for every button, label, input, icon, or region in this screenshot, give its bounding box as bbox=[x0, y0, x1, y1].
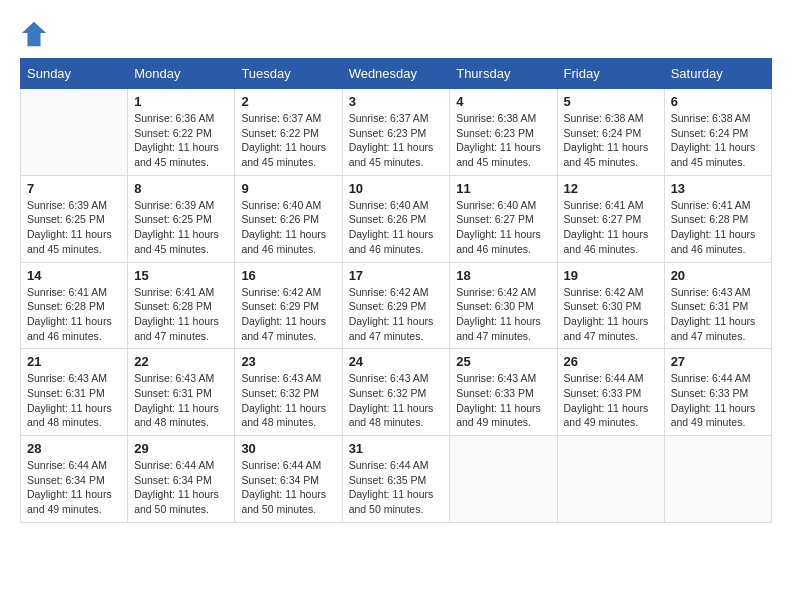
svg-marker-0 bbox=[22, 22, 46, 46]
day-number: 12 bbox=[564, 181, 658, 196]
day-number: 5 bbox=[564, 94, 658, 109]
day-number: 17 bbox=[349, 268, 444, 283]
day-detail: Sunrise: 6:41 AM Sunset: 6:28 PM Dayligh… bbox=[134, 285, 228, 344]
day-detail: Sunrise: 6:44 AM Sunset: 6:34 PM Dayligh… bbox=[241, 458, 335, 517]
day-number: 23 bbox=[241, 354, 335, 369]
calendar-table: SundayMondayTuesdayWednesdayThursdayFrid… bbox=[20, 58, 772, 523]
day-number: 1 bbox=[134, 94, 228, 109]
calendar-cell: 23Sunrise: 6:43 AM Sunset: 6:32 PM Dayli… bbox=[235, 349, 342, 436]
header-day-tuesday: Tuesday bbox=[235, 59, 342, 89]
day-number: 26 bbox=[564, 354, 658, 369]
day-detail: Sunrise: 6:42 AM Sunset: 6:30 PM Dayligh… bbox=[456, 285, 550, 344]
day-number: 16 bbox=[241, 268, 335, 283]
calendar-cell: 15Sunrise: 6:41 AM Sunset: 6:28 PM Dayli… bbox=[128, 262, 235, 349]
day-detail: Sunrise: 6:37 AM Sunset: 6:22 PM Dayligh… bbox=[241, 111, 335, 170]
calendar-cell: 25Sunrise: 6:43 AM Sunset: 6:33 PM Dayli… bbox=[450, 349, 557, 436]
day-number: 14 bbox=[27, 268, 121, 283]
calendar-cell bbox=[21, 89, 128, 176]
calendar-cell: 13Sunrise: 6:41 AM Sunset: 6:28 PM Dayli… bbox=[664, 175, 771, 262]
day-detail: Sunrise: 6:42 AM Sunset: 6:29 PM Dayligh… bbox=[349, 285, 444, 344]
calendar-cell: 9Sunrise: 6:40 AM Sunset: 6:26 PM Daylig… bbox=[235, 175, 342, 262]
day-detail: Sunrise: 6:41 AM Sunset: 6:28 PM Dayligh… bbox=[671, 198, 765, 257]
calendar-week-1: 1Sunrise: 6:36 AM Sunset: 6:22 PM Daylig… bbox=[21, 89, 772, 176]
calendar-cell: 7Sunrise: 6:39 AM Sunset: 6:25 PM Daylig… bbox=[21, 175, 128, 262]
day-detail: Sunrise: 6:44 AM Sunset: 6:33 PM Dayligh… bbox=[671, 371, 765, 430]
header-day-sunday: Sunday bbox=[21, 59, 128, 89]
day-detail: Sunrise: 6:40 AM Sunset: 6:26 PM Dayligh… bbox=[241, 198, 335, 257]
day-detail: Sunrise: 6:36 AM Sunset: 6:22 PM Dayligh… bbox=[134, 111, 228, 170]
header-day-monday: Monday bbox=[128, 59, 235, 89]
day-detail: Sunrise: 6:44 AM Sunset: 6:34 PM Dayligh… bbox=[27, 458, 121, 517]
calendar-cell: 27Sunrise: 6:44 AM Sunset: 6:33 PM Dayli… bbox=[664, 349, 771, 436]
calendar-cell: 20Sunrise: 6:43 AM Sunset: 6:31 PM Dayli… bbox=[664, 262, 771, 349]
day-detail: Sunrise: 6:38 AM Sunset: 6:24 PM Dayligh… bbox=[671, 111, 765, 170]
day-number: 3 bbox=[349, 94, 444, 109]
calendar-cell bbox=[557, 436, 664, 523]
logo-icon bbox=[20, 20, 48, 48]
calendar-header-row: SundayMondayTuesdayWednesdayThursdayFrid… bbox=[21, 59, 772, 89]
day-number: 11 bbox=[456, 181, 550, 196]
day-detail: Sunrise: 6:43 AM Sunset: 6:32 PM Dayligh… bbox=[349, 371, 444, 430]
calendar-cell: 18Sunrise: 6:42 AM Sunset: 6:30 PM Dayli… bbox=[450, 262, 557, 349]
calendar-cell: 24Sunrise: 6:43 AM Sunset: 6:32 PM Dayli… bbox=[342, 349, 450, 436]
day-detail: Sunrise: 6:38 AM Sunset: 6:23 PM Dayligh… bbox=[456, 111, 550, 170]
header-day-wednesday: Wednesday bbox=[342, 59, 450, 89]
day-detail: Sunrise: 6:43 AM Sunset: 6:31 PM Dayligh… bbox=[134, 371, 228, 430]
day-number: 4 bbox=[456, 94, 550, 109]
day-number: 27 bbox=[671, 354, 765, 369]
calendar-cell: 31Sunrise: 6:44 AM Sunset: 6:35 PM Dayli… bbox=[342, 436, 450, 523]
calendar-week-2: 7Sunrise: 6:39 AM Sunset: 6:25 PM Daylig… bbox=[21, 175, 772, 262]
calendar-cell: 3Sunrise: 6:37 AM Sunset: 6:23 PM Daylig… bbox=[342, 89, 450, 176]
day-detail: Sunrise: 6:44 AM Sunset: 6:34 PM Dayligh… bbox=[134, 458, 228, 517]
calendar-cell: 17Sunrise: 6:42 AM Sunset: 6:29 PM Dayli… bbox=[342, 262, 450, 349]
day-detail: Sunrise: 6:38 AM Sunset: 6:24 PM Dayligh… bbox=[564, 111, 658, 170]
calendar-cell: 14Sunrise: 6:41 AM Sunset: 6:28 PM Dayli… bbox=[21, 262, 128, 349]
day-detail: Sunrise: 6:42 AM Sunset: 6:30 PM Dayligh… bbox=[564, 285, 658, 344]
day-number: 25 bbox=[456, 354, 550, 369]
day-detail: Sunrise: 6:40 AM Sunset: 6:27 PM Dayligh… bbox=[456, 198, 550, 257]
day-number: 29 bbox=[134, 441, 228, 456]
day-number: 18 bbox=[456, 268, 550, 283]
calendar-cell: 8Sunrise: 6:39 AM Sunset: 6:25 PM Daylig… bbox=[128, 175, 235, 262]
day-number: 10 bbox=[349, 181, 444, 196]
day-number: 21 bbox=[27, 354, 121, 369]
calendar-cell: 19Sunrise: 6:42 AM Sunset: 6:30 PM Dayli… bbox=[557, 262, 664, 349]
day-detail: Sunrise: 6:43 AM Sunset: 6:31 PM Dayligh… bbox=[671, 285, 765, 344]
day-detail: Sunrise: 6:44 AM Sunset: 6:33 PM Dayligh… bbox=[564, 371, 658, 430]
calendar-cell: 30Sunrise: 6:44 AM Sunset: 6:34 PM Dayli… bbox=[235, 436, 342, 523]
day-detail: Sunrise: 6:41 AM Sunset: 6:28 PM Dayligh… bbox=[27, 285, 121, 344]
day-detail: Sunrise: 6:41 AM Sunset: 6:27 PM Dayligh… bbox=[564, 198, 658, 257]
day-number: 28 bbox=[27, 441, 121, 456]
header-day-friday: Friday bbox=[557, 59, 664, 89]
logo bbox=[20, 20, 52, 48]
day-number: 13 bbox=[671, 181, 765, 196]
calendar-week-5: 28Sunrise: 6:44 AM Sunset: 6:34 PM Dayli… bbox=[21, 436, 772, 523]
day-detail: Sunrise: 6:40 AM Sunset: 6:26 PM Dayligh… bbox=[349, 198, 444, 257]
day-number: 20 bbox=[671, 268, 765, 283]
calendar-cell: 16Sunrise: 6:42 AM Sunset: 6:29 PM Dayli… bbox=[235, 262, 342, 349]
day-detail: Sunrise: 6:39 AM Sunset: 6:25 PM Dayligh… bbox=[134, 198, 228, 257]
calendar-cell: 12Sunrise: 6:41 AM Sunset: 6:27 PM Dayli… bbox=[557, 175, 664, 262]
day-detail: Sunrise: 6:43 AM Sunset: 6:33 PM Dayligh… bbox=[456, 371, 550, 430]
day-number: 15 bbox=[134, 268, 228, 283]
day-number: 9 bbox=[241, 181, 335, 196]
calendar-cell: 5Sunrise: 6:38 AM Sunset: 6:24 PM Daylig… bbox=[557, 89, 664, 176]
day-number: 22 bbox=[134, 354, 228, 369]
calendar-cell: 10Sunrise: 6:40 AM Sunset: 6:26 PM Dayli… bbox=[342, 175, 450, 262]
calendar-cell: 29Sunrise: 6:44 AM Sunset: 6:34 PM Dayli… bbox=[128, 436, 235, 523]
calendar-cell: 28Sunrise: 6:44 AM Sunset: 6:34 PM Dayli… bbox=[21, 436, 128, 523]
day-detail: Sunrise: 6:39 AM Sunset: 6:25 PM Dayligh… bbox=[27, 198, 121, 257]
calendar-cell: 11Sunrise: 6:40 AM Sunset: 6:27 PM Dayli… bbox=[450, 175, 557, 262]
calendar-cell: 2Sunrise: 6:37 AM Sunset: 6:22 PM Daylig… bbox=[235, 89, 342, 176]
day-number: 7 bbox=[27, 181, 121, 196]
day-detail: Sunrise: 6:37 AM Sunset: 6:23 PM Dayligh… bbox=[349, 111, 444, 170]
day-detail: Sunrise: 6:43 AM Sunset: 6:32 PM Dayligh… bbox=[241, 371, 335, 430]
calendar-cell: 4Sunrise: 6:38 AM Sunset: 6:23 PM Daylig… bbox=[450, 89, 557, 176]
calendar-cell bbox=[664, 436, 771, 523]
day-number: 31 bbox=[349, 441, 444, 456]
calendar-cell bbox=[450, 436, 557, 523]
calendar-cell: 22Sunrise: 6:43 AM Sunset: 6:31 PM Dayli… bbox=[128, 349, 235, 436]
day-number: 19 bbox=[564, 268, 658, 283]
day-detail: Sunrise: 6:44 AM Sunset: 6:35 PM Dayligh… bbox=[349, 458, 444, 517]
day-number: 30 bbox=[241, 441, 335, 456]
